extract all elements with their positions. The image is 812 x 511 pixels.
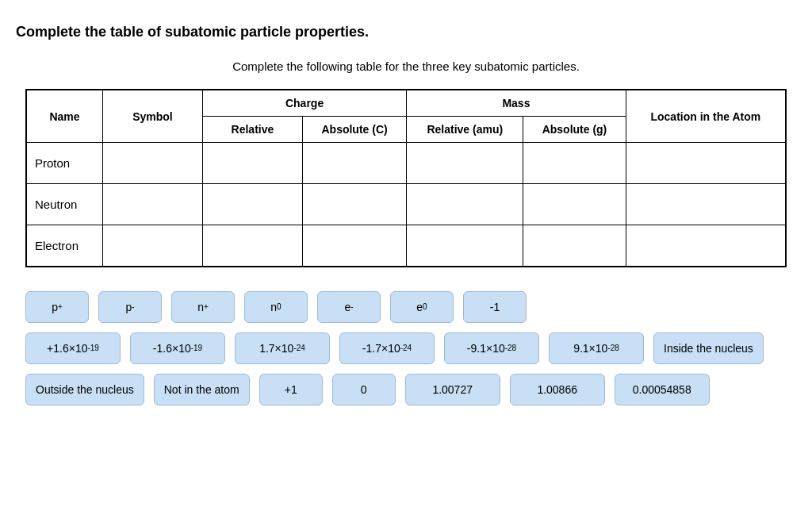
row-proton-symbol[interactable] [102,143,202,184]
subtitle: Complete the following table for the thr… [16,60,796,73]
answer-tiles: p+ p- n+ n0 e- e0 -1 +1.6×10-19 -1.6×10-… [25,291,787,405]
row-neutron-charge-rel[interactable] [202,184,302,225]
row-electron-mass-abs[interactable] [523,225,626,267]
table-row: Electron [26,225,786,267]
tile-p-minus[interactable]: p- [98,291,162,323]
header-symbol: Symbol [102,90,202,143]
row-proton-name: Proton [26,143,102,184]
row-electron-name: Electron [26,225,102,267]
header-charge-group: Charge [202,90,406,117]
tile-zero[interactable]: 0 [332,374,396,405]
tile-17e-24[interactable]: 1.7×10-24 [235,332,330,364]
tile-inside-nucleus[interactable]: Inside the nucleus [653,332,764,364]
tile-n-plus[interactable]: n+ [171,291,235,323]
row-proton-charge-abs[interactable] [302,143,406,184]
tile-e-minus[interactable]: e- [317,291,381,323]
header-charge-absolute: Absolute (C) [302,117,406,143]
row-electron-mass-rel[interactable] [407,225,523,267]
header-mass-relative: Relative (amu) [407,117,523,143]
row-electron-symbol[interactable] [102,225,202,267]
header-name: Name [26,90,102,143]
row-neutron-mass-rel[interactable] [407,184,523,225]
table-row: Proton [26,143,786,184]
row-electron-location[interactable] [626,225,786,267]
tile-100866[interactable]: 1.00866 [510,374,605,405]
row-neutron-mass-abs[interactable] [523,184,626,225]
row-proton-mass-rel[interactable] [407,143,523,184]
row-neutron-location[interactable] [626,184,786,225]
header-mass-group: Mass [407,90,626,117]
header-charge-relative: Relative [202,117,302,143]
row-proton-mass-abs[interactable] [523,143,626,184]
tile-row-3: Outside the nucleus Not in the atom +1 0… [25,374,787,405]
tile-91e-28[interactable]: 9.1×10-28 [549,332,644,364]
row-electron-charge-abs[interactable] [302,225,406,267]
row-neutron-symbol[interactable] [102,184,202,225]
tile-e0[interactable]: e0 [390,291,454,323]
header-location: Location in the Atom [626,90,786,143]
tile-row-2: +1.6×10-19 -1.6×10-19 1.7×10-24 -1.7×10-… [25,332,787,364]
row-neutron-name: Neutron [26,184,102,225]
tile-neg17e-24[interactable]: -1.7×10-24 [339,332,435,364]
row-proton-charge-rel[interactable] [202,143,302,184]
tile-neg1[interactable]: -1 [463,291,527,323]
tile-neg16e-19[interactable]: -1.6×10-19 [130,332,225,364]
tile-row-1: p+ p- n+ n0 e- e0 -1 [25,291,787,323]
subatomic-table: Name Symbol Charge Mass Location in the … [25,89,787,267]
page-title: Complete the table of subatomic particle… [16,24,796,40]
tile-p-plus[interactable]: p+ [25,291,89,323]
row-neutron-charge-abs[interactable] [302,184,406,225]
tile-not-atom[interactable]: Not in the atom [154,374,250,405]
row-electron-charge-rel[interactable] [202,225,302,267]
tile-neg91e-28[interactable]: -9.1×10-28 [444,332,539,364]
tile-plus1[interactable]: +1 [259,374,323,405]
tile-outside-nucleus[interactable]: Outside the nucleus [25,374,144,405]
tile-100727[interactable]: 1.00727 [405,374,500,405]
tile-00054858[interactable]: 0.00054858 [615,374,710,405]
tile-pos16e-19[interactable]: +1.6×10-19 [25,332,121,364]
row-proton-location[interactable] [626,143,786,184]
tile-n0[interactable]: n0 [244,291,308,323]
header-mass-absolute: Absolute (g) [523,117,626,143]
table-container: Name Symbol Charge Mass Location in the … [25,89,787,267]
table-row: Neutron [26,184,786,225]
